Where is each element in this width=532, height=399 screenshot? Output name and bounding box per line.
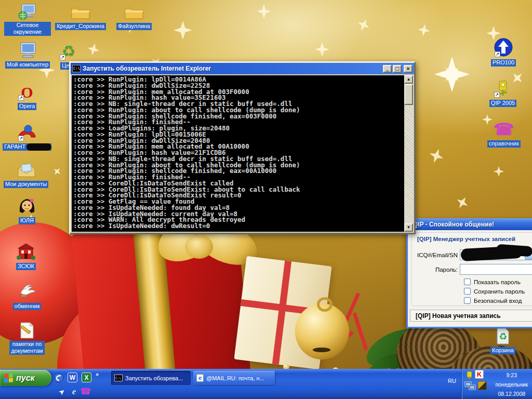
icon-label: Корзина (490, 347, 515, 354)
shortcut-arrow-icon: ↗ (494, 92, 500, 98)
desktop-icon-credit-folder[interactable]: Кредит_Сорокина (52, 2, 109, 30)
icon-label: памятки по документам (9, 341, 45, 355)
icon-label: ЗСЮК (16, 263, 36, 270)
desktop-icon-my-computer[interactable]: Мой компьютер (4, 41, 51, 69)
console-window: C:\ Запустить обозреватель Internet Expl… (69, 61, 416, 234)
tray-time: 9:23 (496, 370, 528, 380)
scrollbar-thumb[interactable] (404, 84, 413, 105)
desktop-icon-zsyuk[interactable]: ЗСЮК (7, 242, 45, 270)
icon-label-text: ГАРАНТ (4, 143, 25, 150)
gold-bow-knot (185, 235, 213, 259)
icon-label: Opera (18, 103, 37, 110)
checkbox-label: Сохранить пароль (474, 288, 525, 295)
quicklaunch-internet-explorer-icon[interactable]: e (69, 386, 79, 397)
console-window-title: Запустить обозреватель Internet Explorer (83, 65, 382, 72)
computer-icon (4, 41, 51, 59)
quicklaunch-phone-icon[interactable]: ☎ (80, 385, 91, 396)
minimize-button[interactable]: _ (383, 65, 392, 73)
quicklaunch-excel-icon[interactable]: X (81, 372, 92, 383)
icon-label: PRO100 (491, 59, 516, 66)
qip-password-input[interactable] (460, 264, 532, 275)
checkbox-icon[interactable] (464, 288, 471, 295)
qip-password-label: Пароль: (412, 267, 460, 273)
icon-label: Мои документы (4, 181, 48, 188)
qip-flower-icon: ↗ (486, 79, 520, 98)
icon-label: справочник (487, 140, 521, 148)
icon-label: Мой компьютер (5, 61, 50, 69)
censor-blob (26, 143, 51, 151)
qip-title-bar[interactable]: QIP - Спокойное общение! (408, 218, 532, 230)
checkbox-save-password[interactable]: Сохранить пароль (464, 288, 525, 295)
console-client-area: :core >> RunPlugin: lpDll=0014A86A:core … (72, 75, 413, 232)
red-ribbon (272, 261, 291, 365)
recycle-icon: ♻ (487, 326, 518, 345)
desktop-icon-my-documents[interactable]: Мои документы (2, 160, 50, 188)
folder-icon (52, 2, 109, 21)
console-scrollbar[interactable]: ▲ ▼ (404, 75, 413, 232)
qip-login-combobox[interactable]: ▼ (460, 249, 532, 260)
desktop-icon-korzina[interactable]: ♻ Корзина (487, 326, 518, 354)
checkbox-show-password[interactable]: Показать пароль (464, 278, 521, 285)
scroll-down-button[interactable]: ▼ (404, 223, 413, 232)
taskbar-button-label: @MAIL.RU: почта, н... (206, 375, 264, 381)
checkbox-secure-login[interactable]: Безопасный вход (464, 297, 522, 304)
desktop-icon-fayzullina-folder[interactable]: Файзуллина (111, 2, 157, 30)
taskbar-button-mailru[interactable]: e @MAIL.RU: почта, н... (193, 371, 275, 385)
desktop-icon-qip-2005[interactable]: ↗ QIP 2005 (486, 79, 520, 107)
desktop-icon-garant[interactable]: ↗ ГАРАНТ (1, 123, 53, 151)
checkbox-label: Безопасный вход (474, 298, 522, 304)
checkbox-icon[interactable] (464, 278, 471, 285)
quicklaunch-dove-icon[interactable]: ➤ (54, 384, 70, 399)
desktop-icon-yulya[interactable]: ЮЛЯ (8, 196, 46, 224)
qip-new-account-label: [QIP] Новая учетная запись (416, 312, 501, 320)
desktop-icon-pro100[interactable]: ↗ PRO100 (487, 38, 520, 66)
taskbar-button-label: Запустить обозрева... (125, 375, 183, 381)
dove-icon (7, 282, 47, 301)
qip-password-row: Пароль: (412, 264, 532, 275)
start-button[interactable]: пуск (0, 370, 51, 386)
desktop-icon-pamyatki[interactable]: a памятки по документам (9, 321, 45, 355)
quicklaunch-word-icon[interactable]: W (67, 372, 78, 383)
tray-date: 08.12.2008 (496, 389, 528, 398)
desktop-icon-obmennik[interactable]: обменник (7, 282, 47, 310)
checkbox-icon[interactable] (464, 297, 471, 304)
console-line: :core >> IsUpdateNeeded: dwResult=0 (73, 223, 403, 229)
shortcut-arrow-icon: ↗ (18, 95, 24, 101)
taskbar-button-console[interactable]: C:\ Запустить обозрева... (111, 371, 191, 385)
tray-day: понедельник (496, 380, 528, 389)
kaspersky-tray-icon[interactable]: K (475, 370, 484, 379)
network-tray-icon[interactable] (464, 381, 476, 393)
garant-icon: ↗ (1, 123, 53, 141)
quicklaunch-chevron-icon[interactable]: » (96, 371, 99, 377)
windows-flag-icon (4, 373, 14, 383)
qip-new-account-bar[interactable]: [QIP] Новая учетная запись (410, 310, 532, 322)
phone-icon: ☎ (484, 119, 524, 138)
tray-clock[interactable]: 9:23 понедельник 08.12.2008 (496, 370, 528, 398)
scroll-up-button[interactable]: ▲ (404, 75, 413, 84)
desktop-icon-spravochnik[interactable]: ☎ справочник (484, 119, 524, 148)
sync-arrows-icon: ♻ ↗ (50, 42, 87, 60)
building-icon (7, 242, 45, 261)
icon-label: Кредит_Сорокина (55, 23, 106, 30)
icon-label: QIP 2005 (489, 100, 516, 107)
internet-explorer-icon: e (196, 374, 204, 382)
folder-icon (111, 2, 157, 21)
maximize-button[interactable]: □ (393, 65, 402, 73)
language-indicator[interactable]: RU (445, 376, 459, 385)
desktop-icon-network-places[interactable]: Сетевое окружение (4, 2, 51, 36)
qip-tray-icon[interactable] (466, 371, 473, 382)
girl-face-icon (8, 196, 46, 215)
shortcut-arrow-icon: ↗ (495, 51, 500, 57)
desktop-icon-opera[interactable]: O ↗ Opera (8, 82, 46, 110)
console-title-bar[interactable]: C:\ Запустить обозреватель Internet Expl… (71, 63, 414, 74)
console-window-icon: C:\ (72, 65, 81, 72)
close-button[interactable]: × (404, 65, 413, 73)
icon-label: обменник (13, 303, 42, 310)
quicklaunch-mail-icon[interactable] (53, 372, 64, 383)
qip-window: QIP - Спокойное общение! [QIP] Менеджер … (406, 218, 532, 328)
svg-text:♻: ♻ (499, 331, 507, 342)
qip-manager-header: [QIP] Менеджер учетных записей (417, 236, 515, 242)
console-output: :core >> RunPlugin: lpDll=0014A86A:core … (73, 76, 403, 231)
desktop-root: { "colors": { "taskbar_blue": "#2c64dc",… (0, 0, 532, 399)
app-tray-icon[interactable] (477, 381, 487, 392)
